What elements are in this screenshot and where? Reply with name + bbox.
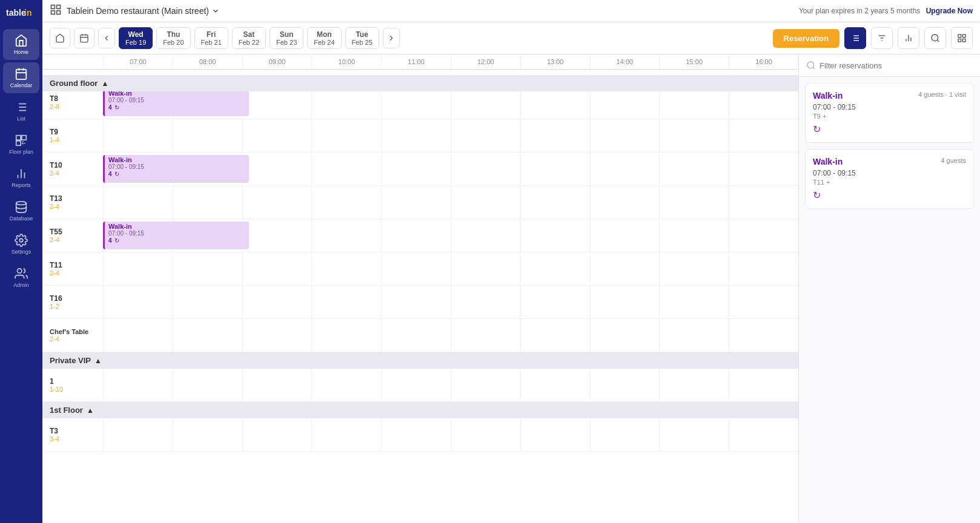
sidebar-item-reports[interactable]: Reports — [3, 162, 39, 193]
filter-input[interactable] — [819, 61, 973, 70]
list-view-icon — [850, 33, 860, 43]
sidebar-item-list[interactable]: List — [3, 96, 39, 127]
svg-rect-2 — [16, 70, 27, 80]
search-filter-icon — [806, 61, 816, 70]
reservation-block-T8[interactable]: Walk-in 07:00 - 09:15 4 ↻ — [103, 88, 249, 116]
timeline-cells-T11[interactable] — [103, 252, 798, 285]
chart-icon — [904, 33, 913, 43]
main-content: Tablein Demo restaurant (Main street) Yo… — [42, 0, 980, 523]
floor-1st: 1st Floor ▲ T3 3-4 — [42, 402, 798, 452]
svg-rect-21 — [51, 5, 55, 9]
app-logo: table in — [6, 6, 36, 21]
filter-bar — [799, 54, 980, 77]
timeline-cells-T55[interactable]: Walk-in 07:00 - 09:15 4 ↻ — [103, 219, 798, 252]
day-sat[interactable]: Sat Feb 22 — [232, 27, 266, 49]
svg-rect-13 — [22, 136, 26, 140]
floor-1st-header[interactable]: 1st Floor ▲ — [42, 402, 798, 418]
table-row: T13 2-4 — [42, 186, 798, 219]
home-btn[interactable] — [50, 28, 70, 48]
chevron-up-icon: ▲ — [87, 406, 94, 415]
list-icon — [15, 100, 28, 114]
reservation-card[interactable]: Walk-in 4 guests 07:00 - 09:15 T11 + ↻ — [805, 149, 974, 209]
prev-week-btn[interactable] — [98, 28, 115, 48]
svg-rect-24 — [57, 11, 61, 15]
timeline-cells-T9[interactable] — [103, 119, 798, 152]
card-time: 07:00 - 09:15 — [813, 169, 966, 177]
chevron-up-icon: ▲ — [101, 79, 108, 88]
floor-private-vip: Private VIP ▲ 1 1-10 — [42, 352, 798, 402]
time-07: 07:00 — [103, 54, 173, 69]
plan-notice: Your plan expires in 2 years 5 months Up… — [799, 7, 973, 15]
time-header: 07:00 08:00 09:00 10:00 11:00 12:00 13:0… — [42, 54, 798, 70]
sidebar-item-database[interactable]: Database — [3, 196, 39, 226]
svg-line-48 — [813, 67, 815, 69]
table-row: T11 2-4 — [42, 252, 798, 286]
list-view-btn[interactable] — [844, 27, 866, 49]
private-vip-label: Private VIP — [50, 356, 91, 365]
card-table: T9 + — [813, 113, 966, 120]
filter-icon — [877, 33, 887, 43]
calendar-nav-icon — [79, 33, 89, 43]
table-label-1: 1 1-10 — [42, 375, 103, 395]
sidebar-item-settings-label: Settings — [12, 249, 31, 255]
timeline-cells-T16[interactable] — [103, 286, 798, 318]
table-label-T8: T8 2-8 — [42, 92, 103, 113]
sidebar: table in Home Calendar List Floor plan R… — [0, 0, 42, 523]
reservation-button[interactable]: Reservation — [773, 29, 839, 48]
admin-icon — [15, 267, 28, 280]
filter-btn[interactable] — [871, 27, 893, 49]
timeline-cells-T13[interactable] — [103, 186, 798, 219]
card-table: T11 + — [813, 179, 966, 186]
next-week-btn[interactable] — [383, 28, 400, 48]
sidebar-item-settings[interactable]: Settings — [3, 229, 39, 260]
table-row: T10 2-4 Walk-in 07:00 - 09:15 4 ↻ — [42, 153, 798, 186]
chevron-right-icon — [387, 34, 396, 42]
restaurant-name[interactable]: Tablein Demo restaurant (Main street) — [67, 6, 220, 16]
chart-btn[interactable] — [898, 27, 919, 49]
timeline-cells-chefs-table[interactable] — [103, 319, 798, 352]
day-thu[interactable]: Thu Feb 20 — [156, 27, 190, 49]
home-nav-icon — [55, 33, 65, 43]
menu-icon[interactable] — [50, 4, 62, 18]
time-12: 12:00 — [451, 54, 520, 69]
table-label-T9: T9 1-4 — [42, 125, 103, 146]
day-mon[interactable]: Mon Feb 24 — [307, 27, 341, 49]
sidebar-item-calendar[interactable]: Calendar — [3, 62, 39, 93]
chevron-up-icon: ▲ — [94, 357, 102, 365]
svg-point-41 — [932, 35, 938, 41]
timeline-cells-1[interactable] — [103, 369, 798, 401]
reservation-card[interactable]: Walk-in 4 guests · 1 visit 07:00 - 09:15… — [805, 83, 974, 143]
floor-ground-header[interactable]: Ground floor ▲ — [42, 75, 798, 91]
chevron-left-icon — [102, 34, 111, 42]
card-name: Walk-in — [813, 91, 843, 100]
card-guests: 4 guests — [941, 157, 966, 164]
floor-plan-icon — [15, 134, 28, 147]
day-fri[interactable]: Fri Feb 21 — [194, 27, 228, 49]
content-area: 07:00 08:00 09:00 10:00 11:00 12:00 13:0… — [42, 54, 980, 523]
svg-rect-25 — [81, 35, 88, 42]
table-label-chefs-table: Chef's Table 2-4 — [42, 326, 103, 345]
timeline-cells-T10[interactable]: Walk-in 07:00 - 09:15 4 ↻ — [103, 153, 798, 185]
reservation-block-T55[interactable]: Walk-in 07:00 - 09:15 4 ↻ — [103, 222, 249, 249]
table-row: T9 1-4 — [42, 119, 798, 153]
day-wed[interactable]: Wed Feb 19 — [119, 27, 153, 49]
sidebar-item-admin[interactable]: Admin — [3, 262, 39, 293]
upgrade-link[interactable]: Upgrade Now — [926, 7, 973, 15]
day-tue[interactable]: Tue Feb 25 — [345, 27, 379, 49]
reservation-block-T10[interactable]: Walk-in 07:00 - 09:15 4 ↻ — [103, 155, 249, 183]
svg-point-19 — [19, 238, 23, 242]
table-label-T10: T10 2-4 — [42, 159, 103, 179]
card-header: Walk-in 4 guests · 1 visit — [813, 91, 966, 100]
timeline-cells-T3[interactable] — [103, 418, 798, 451]
grid-icon — [957, 33, 967, 43]
floor-private-vip-header[interactable]: Private VIP ▲ — [42, 352, 798, 369]
day-sun[interactable]: Sun Feb 23 — [270, 27, 303, 49]
search-btn[interactable] — [924, 27, 946, 49]
sidebar-item-admin-label: Admin — [13, 282, 29, 288]
sidebar-item-floor-plan[interactable]: Floor plan — [3, 129, 39, 160]
calendar-view-btn[interactable] — [74, 28, 94, 48]
sidebar-item-home[interactable]: Home — [3, 29, 39, 60]
dropdown-icon — [211, 7, 220, 15]
grid-btn[interactable] — [951, 27, 973, 49]
time-13: 13:00 — [520, 54, 590, 69]
